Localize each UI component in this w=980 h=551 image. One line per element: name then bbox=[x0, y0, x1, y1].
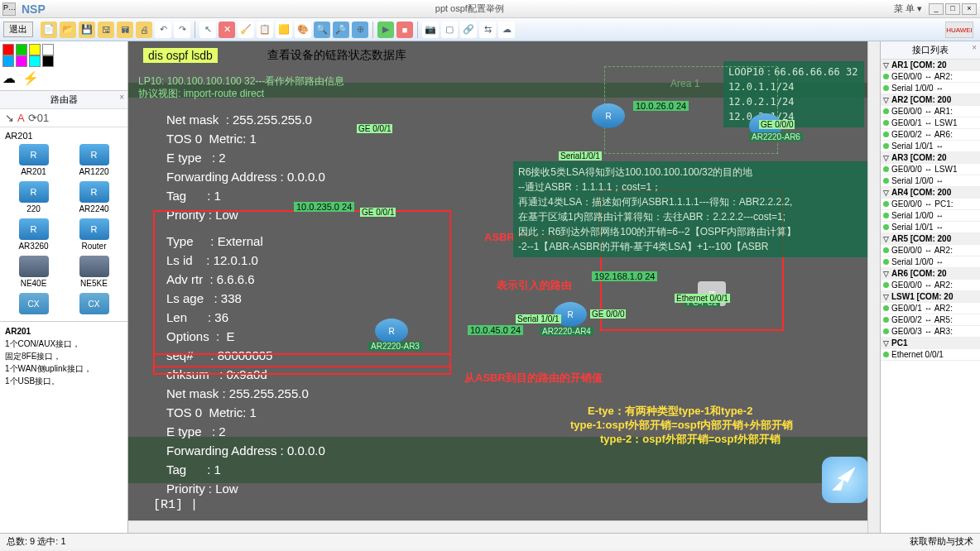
interface-port-row[interactable]: Serial 1/0/1 ↔ bbox=[881, 222, 980, 233]
saveall-icon[interactable]: 🖬 bbox=[117, 22, 133, 38]
curve-tool-icon[interactable]: ⟳01 bbox=[28, 112, 49, 124]
status-bar: 总数: 9 选中: 1 获取帮助与技术 bbox=[0, 533, 980, 549]
zoom-out-icon[interactable]: 🔎 bbox=[333, 22, 349, 38]
paste-icon[interactable]: 📋 bbox=[257, 22, 273, 38]
open-icon[interactable]: 📂 bbox=[60, 22, 76, 38]
left-panel: ☁ ⚡ 路由器× ↘ A ⟳01 AR201 AR201 AR1220 220 … bbox=[0, 41, 128, 533]
close-icon[interactable]: × bbox=[972, 43, 977, 52]
device-ar3260[interactable]: AR3260 bbox=[3, 217, 64, 254]
interface-port-row[interactable]: GE0/0/0 ↔ LSW1 bbox=[881, 164, 980, 175]
window-close-icon[interactable]: × bbox=[962, 3, 977, 15]
new-icon[interactable]: 📄 bbox=[41, 22, 57, 38]
line-tool-icon[interactable]: ↘ bbox=[5, 112, 14, 124]
title-bar: P… NSP ppt ospf配置举例 菜 单 ▾ _ □ × bbox=[0, 0, 980, 18]
list-label: AR201 bbox=[5, 131, 127, 141]
interface-device-row[interactable]: ▽ AR1 [COM: 20 bbox=[881, 60, 980, 71]
device-cx2[interactable] bbox=[64, 291, 124, 319]
interface-port-row[interactable]: GE0/0/2 ↔ AR5: bbox=[881, 314, 980, 326]
device-ne40e[interactable]: NE40E bbox=[3, 254, 64, 291]
window-minimize-icon[interactable]: _ bbox=[929, 3, 944, 15]
save-icon[interactable]: 💾 bbox=[79, 22, 95, 38]
node-ar3[interactable]: R bbox=[375, 319, 408, 343]
annot-route: 表示引入的路由 bbox=[497, 278, 572, 293]
interface-port-row[interactable]: Ethernet 0/0/1 bbox=[881, 349, 980, 361]
interface-port-row[interactable]: Serial 1/0/0 ↔ bbox=[881, 256, 980, 268]
device-ar201[interactable]: AR201 bbox=[3, 142, 64, 180]
prompt: [R1] | bbox=[153, 496, 198, 514]
interface-device-row[interactable]: ▽ AR5 [COM: 200 bbox=[881, 233, 980, 245]
cli-icon[interactable]: ▢ bbox=[441, 22, 458, 38]
canvas-vscroll[interactable] bbox=[867, 41, 880, 533]
redo-icon[interactable]: ↷ bbox=[174, 22, 190, 38]
interface-device-row[interactable]: ▽ AR2 [COM: 200 bbox=[881, 94, 980, 106]
share-icon[interactable]: ⇆ bbox=[479, 22, 496, 38]
interface-header: 接口列表× bbox=[881, 41, 980, 60]
interface-device-row[interactable]: ▽ LSW1 [COM: 20 bbox=[881, 291, 980, 303]
annot-etype2: type-2：ospf外部开销=ospf外部开销 bbox=[600, 432, 781, 447]
addr-168: 192.168.1.0 24 bbox=[592, 271, 657, 281]
menu-dropdown[interactable]: 菜 单 ▾ bbox=[894, 2, 922, 15]
area-label: Area 1 bbox=[670, 78, 699, 89]
window-title: ppt ospf配置举例 bbox=[46, 2, 894, 15]
interface-port-row[interactable]: GE0/0/0 ↔ AR2: bbox=[881, 245, 980, 256]
palette-icon[interactable]: 🎨 bbox=[295, 22, 311, 38]
interface-port-row[interactable]: Serial 1/0/0 ↔ bbox=[881, 210, 980, 222]
lbl-ar4: AR2220-AR4 bbox=[540, 327, 593, 336]
interface-port-row[interactable]: Serial 1/0/0 ↔ bbox=[881, 175, 980, 187]
cloud-icon[interactable]: ☁ bbox=[498, 22, 515, 38]
topo-icon[interactable]: 🔗 bbox=[460, 22, 477, 38]
device-section-header: 路由器× bbox=[0, 91, 127, 109]
delete-icon[interactable]: ✕ bbox=[219, 22, 235, 38]
interface-port-row[interactable]: GE0/0/0 ↔ PC1: bbox=[881, 199, 980, 210]
color-palette[interactable]: ☁ ⚡ bbox=[0, 41, 127, 91]
pointer-icon[interactable]: ↖ bbox=[199, 22, 216, 38]
main-toolbar: 退出 📄 📂 💾 🖫 🖬 🖨 ↶ ↷ ↖ ✕ 🧹 📋 🟨 🎨 🔍 🔎 ⊕ ▶ ■… bbox=[0, 18, 980, 41]
p-small-btn[interactable]: P… bbox=[2, 2, 16, 16]
addr-26: 10.0.26.0 24 bbox=[633, 101, 689, 111]
undo-icon[interactable]: ↶ bbox=[155, 22, 171, 38]
device-ar2240[interactable]: AR2240 bbox=[64, 180, 124, 217]
interface-device-row[interactable]: ▽ AR3 [COM: 20 bbox=[881, 152, 980, 164]
text-tool-icon[interactable]: A bbox=[17, 112, 25, 124]
interface-port-row[interactable]: Serial 1/0/0 ↔ bbox=[881, 83, 980, 94]
interface-port-row[interactable]: GE0/0/1 ↔ LSW1 bbox=[881, 117, 980, 129]
device-router[interactable]: Router bbox=[64, 217, 124, 254]
interface-list[interactable]: ▽ AR1 [COM: 20GE0/0/0 ↔ AR2:Serial 1/0/0… bbox=[881, 60, 980, 361]
interface-port-row[interactable]: GE0/0/0 ↔ AR1: bbox=[881, 106, 980, 117]
interface-port-row[interactable]: GE0/0/3 ↔ AR3: bbox=[881, 326, 980, 338]
interface-port-row[interactable]: GE0/0/1 ↔ AR2: bbox=[881, 303, 980, 314]
close-icon[interactable]: × bbox=[119, 93, 124, 102]
label-icon[interactable]: 🟨 bbox=[276, 22, 292, 38]
interface-port-row[interactable]: GE0/0/0 ↔ AR2: bbox=[881, 71, 980, 83]
printer-icon[interactable]: 🖨 bbox=[136, 22, 152, 38]
device-ne5ke[interactable]: NE5KE bbox=[64, 254, 124, 291]
addr-45: 10.0.45.0 24 bbox=[468, 325, 523, 335]
node-ar2[interactable]: R bbox=[592, 103, 625, 128]
cmd-note: 查看设备的链路状态数据库 bbox=[267, 48, 406, 63]
saveas-icon[interactable]: 🖫 bbox=[98, 22, 114, 38]
device-ar1220[interactable]: AR1220 bbox=[64, 142, 124, 180]
exit-button[interactable]: 退出 bbox=[3, 22, 33, 37]
r6-explain: R6接收5类LSA得知到达100.100.100.100/32的目的地 --通过… bbox=[513, 161, 869, 257]
interface-device-row[interactable]: ▽ AR4 [COM: 200 bbox=[881, 187, 980, 199]
bird-badge-icon[interactable] bbox=[822, 457, 868, 503]
play-icon[interactable]: ▶ bbox=[377, 22, 394, 38]
stop-icon[interactable]: ■ bbox=[396, 22, 413, 38]
zoom-fit-icon[interactable]: ⊕ bbox=[352, 22, 368, 38]
canvas-hscroll[interactable] bbox=[128, 520, 867, 533]
interface-port-row[interactable]: GE0/0/2 ↔ AR6: bbox=[881, 129, 980, 141]
interface-port-row[interactable]: GE0/0/0 ↔ AR2: bbox=[881, 280, 980, 291]
device-220[interactable]: 220 bbox=[3, 180, 64, 217]
window-maximize-icon[interactable]: □ bbox=[945, 3, 960, 15]
topology-canvas[interactable]: dis ospf lsdb 查看设备的链路状态数据库 LP10: 100.100… bbox=[128, 41, 881, 533]
device-desc: AR201 1个CON/AUX接口， 固定8FE接口， 1个WAN侧uplink… bbox=[0, 321, 127, 390]
app-logo-text: NSP bbox=[22, 2, 46, 16]
broom-icon[interactable]: 🧹 bbox=[238, 22, 254, 38]
interface-port-row[interactable]: Serial 1/0/1 ↔ bbox=[881, 141, 980, 152]
huawei-logo: HUAWEI bbox=[945, 22, 973, 38]
device-cx1[interactable] bbox=[3, 291, 64, 319]
capture-icon[interactable]: 📷 bbox=[422, 22, 439, 38]
interface-device-row[interactable]: ▽ AR6 [COM: 20 bbox=[881, 268, 980, 280]
interface-device-row[interactable]: ▽ PC1 bbox=[881, 338, 980, 349]
zoom-in-icon[interactable]: 🔍 bbox=[314, 22, 330, 38]
